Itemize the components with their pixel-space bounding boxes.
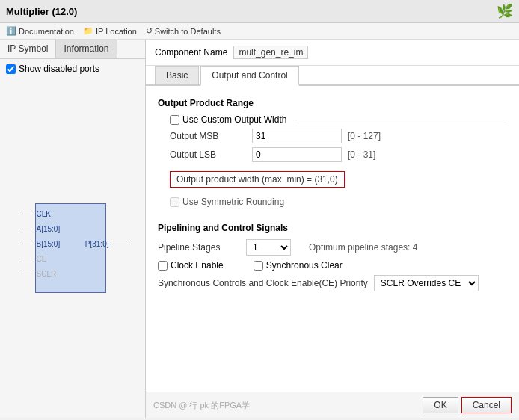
left-tabs: IP Symbol Information (0, 40, 145, 59)
port-ce: CE (19, 255, 49, 263)
port-p-label: P[31:0] (84, 240, 111, 248)
port-ce-label: CE (35, 255, 49, 263)
ok-button[interactable]: OK (423, 397, 458, 413)
tab-information[interactable]: Information (56, 40, 117, 58)
clock-enable-label: Clock Enable (171, 260, 224, 271)
tab-ip-symbol[interactable]: IP Symbol (0, 40, 56, 58)
priority-label: Synchronous Controls and Clock Enable(CE… (158, 278, 368, 288)
ip-symbol-diagram: CLK A[15:0] B[15:0] CE (19, 200, 127, 297)
synchronous-clear-checkbox[interactable] (254, 261, 263, 271)
ip-location-label: IP Location (96, 27, 137, 36)
title-bar: Multiplier (12.0) 🌿 (0, 0, 519, 23)
output-lsb-row: Output LSB [0 - 31] (158, 147, 507, 162)
output-lsb-input[interactable] (252, 147, 342, 162)
synchronous-clear-label: Synchronous Clear (266, 260, 343, 271)
watermark: CSDN @ 行 pk 的FPGA学 (153, 400, 250, 411)
toolbar: ℹ️ Documentation 📁 IP Location ↺ Switch … (0, 23, 519, 40)
main-content: IP Symbol Information Show disabled port… (0, 40, 519, 418)
use-custom-output-width-checkbox[interactable] (170, 115, 179, 125)
bottom-bar: CSDN @ 行 pk 的FPGA学 OK Cancel (146, 392, 519, 418)
show-ports-row: Show disabled ports (0, 59, 145, 78)
refresh-icon: ↺ (146, 26, 153, 36)
show-ports-checkbox[interactable] (6, 64, 16, 74)
documentation-link[interactable]: ℹ️ Documentation (6, 26, 74, 36)
switch-defaults-link[interactable]: ↺ Switch to Defaults (146, 26, 221, 36)
output-msb-input[interactable] (252, 129, 342, 143)
output-lsb-label: Output LSB (170, 149, 252, 160)
output-product-range-title: Output Product Range (158, 98, 507, 108)
main-tabs: Basic Output and Control (146, 66, 519, 86)
tab-content: Output Product Range Use Custom Output W… (146, 86, 519, 392)
pipeline-stages-select[interactable]: 1 0 2 3 4 (246, 239, 291, 256)
output-msb-row: Output MSB [0 - 127] (158, 129, 507, 143)
port-line (19, 244, 35, 244)
port-line (111, 244, 127, 244)
cancel-button[interactable]: Cancel (461, 397, 512, 413)
synchronous-clear-item: Synchronous Clear (254, 260, 343, 271)
right-panel: Component Name mult_gen_re_im Basic Outp… (146, 40, 519, 418)
tab-basic[interactable]: Basic (155, 66, 199, 84)
documentation-label: Documentation (19, 27, 74, 36)
tab-output-control[interactable]: Output and Control (200, 66, 298, 86)
highlight-row: Output product width (max, min) = (31,0) (158, 167, 507, 192)
port-b: B[15:0] (19, 240, 62, 248)
port-sclr-label: SCLR (35, 270, 58, 278)
port-line (19, 229, 35, 229)
output-msb-label: Output MSB (170, 131, 252, 141)
section-divider (158, 211, 507, 220)
output-product-width-highlight: Output product width (max, min) = (31,0) (170, 171, 345, 188)
component-name-row: Component Name mult_gen_re_im (146, 40, 519, 66)
clock-enable-item: Clock Enable (158, 260, 224, 271)
port-line (19, 214, 35, 214)
port-line (19, 274, 35, 274)
clock-enable-checkbox[interactable] (158, 261, 168, 271)
window-title: Multiplier (12.0) (6, 6, 77, 17)
output-msb-range: [0 - 127] (348, 131, 381, 141)
divider-line (295, 120, 507, 120)
left-panel: IP Symbol Information Show disabled port… (0, 40, 146, 418)
port-b-label: B[15:0] (35, 240, 62, 248)
component-name-value: mult_gen_re_im (233, 46, 308, 59)
port-clk: CLK (19, 210, 52, 218)
port-a: A[15:0] (19, 225, 62, 233)
use-custom-width-row: Use Custom Output Width (158, 114, 507, 125)
priority-select[interactable]: SCLR Overrides CE CE Overrides SCLR (374, 275, 479, 291)
ip-location-link[interactable]: 📁 IP Location (83, 26, 137, 36)
leaf-icon: 🌿 (497, 3, 513, 19)
location-icon: 📁 (83, 26, 93, 36)
port-p: P[31:0] (84, 240, 127, 248)
show-ports-label: Show disabled ports (19, 64, 99, 74)
symbol-area: CLK A[15:0] B[15:0] CE (0, 78, 145, 418)
output-lsb-range: [0 - 31] (348, 149, 375, 160)
info-icon: ℹ️ (6, 26, 16, 36)
port-clk-label: CLK (35, 210, 52, 218)
port-line (19, 259, 35, 259)
component-name-label: Component Name (155, 47, 227, 58)
port-sclr: SCLR (19, 270, 58, 278)
pipelining-section-title: Pipelining and Control Signals (158, 223, 507, 233)
symmetric-rounding-row: Use Symmetric Rounding (158, 197, 507, 207)
pipeline-stages-row: Pipeline Stages 1 0 2 3 4 Optimum pipeli… (158, 239, 507, 256)
use-symmetric-rounding-checkbox[interactable] (170, 197, 179, 207)
symmetric-rounding-label: Use Symmetric Rounding (182, 197, 284, 207)
use-custom-output-width-label: Use Custom Output Width (182, 114, 286, 125)
optimum-pipeline-info: Optimum pipeline stages: 4 (309, 242, 417, 253)
clock-sync-row: Clock Enable Synchronous Clear (158, 260, 507, 271)
switch-defaults-label: Switch to Defaults (155, 27, 221, 36)
port-a-label: A[15:0] (35, 225, 62, 233)
priority-row: Synchronous Controls and Clock Enable(CE… (158, 275, 507, 291)
pipeline-stages-label: Pipeline Stages (158, 242, 240, 253)
